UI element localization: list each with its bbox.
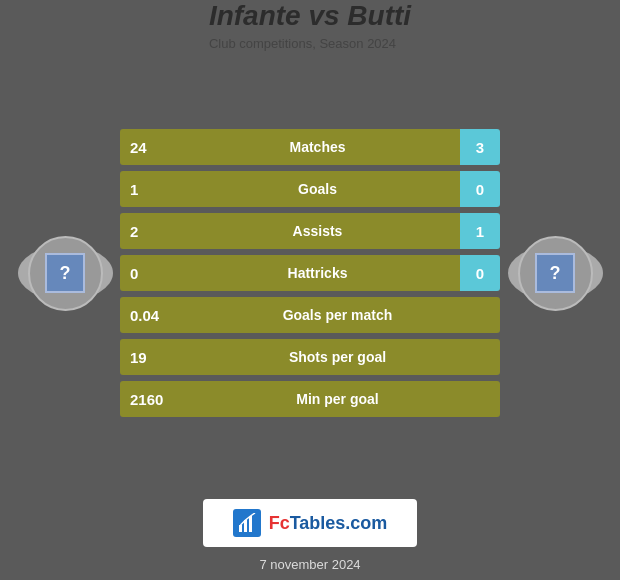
stat-left-assists: 2 [120, 213, 175, 249]
stat-row-min-per-goal: 2160Min per goal [120, 381, 500, 417]
brand-tables: Tables.com [290, 513, 388, 533]
stat-label-goals-per-match: Goals per match [175, 297, 500, 333]
footer-date: 7 november 2024 [259, 557, 360, 572]
branding-box: FcTables.com [203, 499, 418, 547]
stat-right-matches: 3 [460, 129, 500, 165]
stat-right-hattricks: 0 [460, 255, 500, 291]
stat-left-min-per-goal: 2160 [120, 381, 175, 417]
stat-label-shots-per-goal: Shots per goal [175, 339, 500, 375]
page-title: Infante vs Butti [209, 0, 411, 32]
player-right: ? [500, 223, 610, 323]
stat-row-hattricks: 0Hattricks0 [120, 255, 500, 291]
stat-row-goals: 1Goals0 [120, 171, 500, 207]
stat-label-min-per-goal: Min per goal [175, 381, 500, 417]
stat-left-matches: 24 [120, 129, 175, 165]
stat-label-assists: Assists [175, 213, 460, 249]
stat-row-shots-per-goal: 19Shots per goal [120, 339, 500, 375]
main-area: ? 24Matches31Goals02Assists10Hattricks00… [0, 61, 620, 485]
svg-rect-2 [249, 516, 252, 532]
stat-row-matches: 24Matches3 [120, 129, 500, 165]
player-right-placeholder: ? [535, 253, 575, 293]
player-left-placeholder: ? [45, 253, 85, 293]
brand-name: FcTables.com [269, 513, 388, 534]
brand-fc: Fc [269, 513, 290, 533]
stat-row-assists: 2Assists1 [120, 213, 500, 249]
page-subtitle: Club competitions, Season 2024 [209, 36, 411, 51]
chart-icon [238, 513, 256, 533]
stats-container: 24Matches31Goals02Assists10Hattricks00.0… [120, 129, 500, 417]
player-right-photo: ? [518, 236, 593, 311]
svg-rect-0 [239, 525, 242, 532]
player-left: ? [10, 223, 120, 323]
brand-icon [233, 509, 261, 537]
stat-row-goals-per-match: 0.04Goals per match [120, 297, 500, 333]
stat-left-goals-per-match: 0.04 [120, 297, 175, 333]
stat-left-shots-per-goal: 19 [120, 339, 175, 375]
stat-right-assists: 1 [460, 213, 500, 249]
stat-left-goals: 1 [120, 171, 175, 207]
stat-left-hattricks: 0 [120, 255, 175, 291]
player-left-photo: ? [28, 236, 103, 311]
header: Infante vs Butti Club competitions, Seas… [209, 0, 411, 51]
stat-label-matches: Matches [175, 129, 460, 165]
stat-label-hattricks: Hattricks [175, 255, 460, 291]
stat-label-goals: Goals [175, 171, 460, 207]
stat-right-goals: 0 [460, 171, 500, 207]
